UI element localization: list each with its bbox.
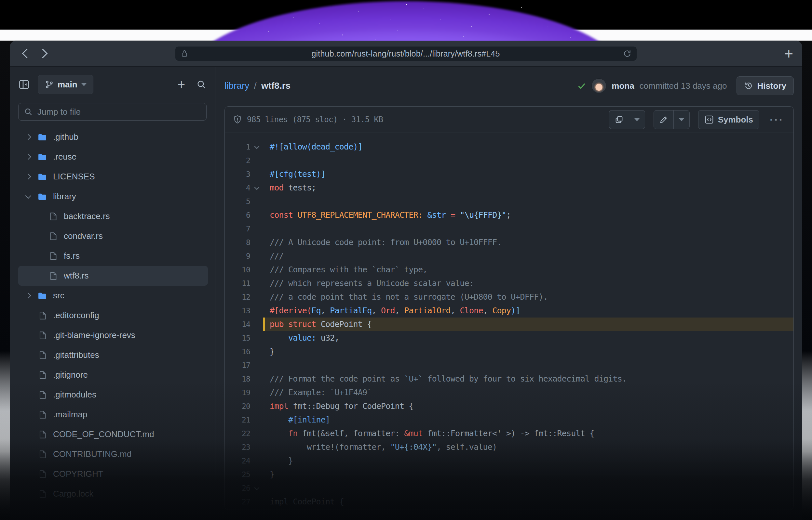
star [293,17,294,18]
line-number[interactable]: 14 [225,317,250,331]
line-number[interactable]: 12 [225,290,250,304]
fold-spacer [250,263,263,277]
add-file-button[interactable]: + [178,78,185,91]
line-number[interactable]: 2 [225,154,250,167]
tree-item-backtrace.rs[interactable]: backtrace.rs [18,206,208,226]
tree-item-.git-blame-ignore-revs[interactable]: .git-blame-ignore-revs [18,325,208,345]
line-number[interactable]: 27 [225,495,250,509]
line-number[interactable]: 20 [225,399,250,413]
line-number[interactable]: 18 [225,372,250,386]
copy-options-button[interactable] [629,110,645,129]
chevron-right-icon[interactable] [25,154,31,160]
chevron-right-icon[interactable] [25,292,31,298]
tree-item-wtf8.rs[interactable]: wtf8.rs [18,266,208,286]
line-number[interactable]: 26 [225,481,250,495]
code-line-content: write!(formatter, "U+{:04X}", self.value… [263,440,793,454]
edit-options-button[interactable] [673,110,689,129]
line-number[interactable]: 1 [225,140,250,154]
line-number[interactable]: 5 [225,195,250,208]
edit-button[interactable] [654,110,673,129]
chevron-down-icon[interactable] [25,193,31,199]
breadcrumb-library-link[interactable]: library [224,81,249,91]
tree-item-contributing.md[interactable]: CONTRIBUTING.md [18,444,208,464]
symbols-button[interactable]: Symbols [698,110,759,129]
line-number[interactable]: 24 [225,454,250,468]
more-options-button[interactable]: ··· [768,113,786,126]
fold-chevron-icon[interactable] [250,140,263,154]
line-number[interactable]: 7 [225,222,250,236]
tree-item-.reuse[interactable]: .reuse [18,147,208,167]
fold-chevron-icon[interactable] [250,181,263,195]
committer-name[interactable]: mona [612,81,634,91]
tree-item-.gitignore[interactable]: .gitignore [18,365,208,385]
line-number[interactable]: 10 [225,263,250,277]
line-number[interactable]: 19 [225,386,250,399]
refresh-icon[interactable] [623,49,632,58]
chevron-right-icon[interactable] [25,134,31,140]
address-bar[interactable]: github.com/rust-lang/rust/blob/.../libra… [175,46,637,61]
line-number[interactable]: 17 [225,359,250,372]
tree-item-src[interactable]: src [18,286,208,306]
tree-item-.mailmap[interactable]: .mailmap [18,405,208,424]
fold-spacer [250,413,263,427]
code-line-content: #[derive(Eq, PartialEq, Ord, PartialOrd,… [263,304,793,317]
line-number[interactable]: 23 [225,440,250,454]
code-line-content: #![allow(dead_code)] [263,140,793,154]
code-line-19: 19/// Example: `U+1F4A9` [225,386,793,399]
file-icon [37,429,48,440]
new-tab-button[interactable]: + [784,46,793,61]
line-number[interactable]: 16 [225,345,250,359]
line-number[interactable]: 3 [225,167,250,181]
tree-item-.editorconfig[interactable]: .editorconfig [18,306,208,325]
star [440,19,441,20]
star [547,27,548,27]
search-icon[interactable] [196,79,206,90]
collapse-sidebar-icon[interactable] [18,79,30,90]
tree-item-fs.rs[interactable]: fs.rs [18,246,208,266]
fold-chevron-icon[interactable] [250,481,263,495]
star [521,7,522,8]
code-line-10: 10/// Compares with the `char` type, [225,263,793,277]
history-button[interactable]: History [737,76,794,95]
tree-item-cargo.lock[interactable]: Cargo.lock [18,484,208,504]
file-icon [37,489,48,499]
branch-selector[interactable]: main [38,75,93,94]
line-number[interactable]: 21 [225,413,250,427]
jump-to-file-input[interactable] [37,107,201,117]
tree-item-.gitattributes[interactable]: .gitattributes [18,345,208,365]
code-listing: 1#![allow(dead_code)]23#[cfg(test)]4mod … [225,133,793,509]
line-number[interactable]: 9 [225,249,250,263]
chevron-right-icon[interactable] [25,174,31,179]
line-number[interactable]: 13 [225,304,250,317]
url-text: github.com/rust-lang/rust/blob/.../libra… [188,49,623,58]
avatar[interactable] [591,78,607,93]
copy-button[interactable] [609,110,629,129]
line-number[interactable]: 25 [225,468,250,481]
code-line-content: mod tests; [263,181,793,195]
file-icon [48,231,58,241]
tree-item-.github[interactable]: .github [18,127,208,147]
line-number[interactable]: 6 [225,208,250,222]
tree-item-library[interactable]: library [18,186,208,206]
tree-item-label: Cargo.lock [53,489,93,499]
line-number[interactable]: 15 [225,331,250,345]
tree-item-copyright[interactable]: COPYRIGHT [18,464,208,484]
check-icon[interactable] [577,81,586,90]
jump-to-file-field[interactable] [18,103,206,121]
code-line-25: 25} [225,468,793,481]
forward-button[interactable] [38,49,48,58]
line-number[interactable]: 22 [225,427,250,440]
tree-item-.gitmodules[interactable]: .gitmodules [18,385,208,405]
copy-icon [615,115,624,124]
line-number[interactable]: 11 [225,277,250,290]
fold-spacer [250,331,263,345]
tree-item-licenses[interactable]: LICENSES [18,167,208,186]
star [397,30,398,30]
code-line-6: 6const UTF8_REPLACEMENT_CHARACTER: &str … [225,208,793,222]
line-number[interactable]: 8 [225,236,250,249]
line-number[interactable]: 4 [225,181,250,195]
tree-item-label: wtf8.rs [64,271,89,281]
back-button[interactable] [22,49,32,58]
tree-item-code-of-conduct.md[interactable]: CODE_OF_CONDUCT.md [18,424,208,444]
tree-item-condvar.rs[interactable]: condvar.rs [18,226,208,246]
